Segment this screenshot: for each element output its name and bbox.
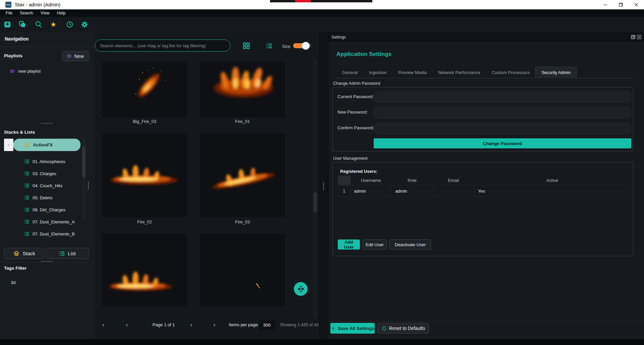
splitter-handle[interactable] — [41, 261, 52, 262]
first-page-button[interactable]: ‹ — [98, 318, 108, 332]
stack-root-item[interactable]: ActionFX — [13, 139, 80, 151]
thumbnail-fire-01[interactable] — [200, 62, 285, 118]
sidebar-item-dust-elements-a[interactable]: 07. Dust_Elements_A — [24, 217, 75, 227]
menu-search[interactable]: Search — [16, 11, 37, 15]
thumbnail-fire-row3-left[interactable] — [102, 234, 187, 306]
import-button[interactable] — [0, 20, 15, 28]
confirm-password-input[interactable] — [374, 123, 631, 134]
tag-item-3d[interactable]: 3d — [11, 280, 15, 285]
search-button[interactable] — [31, 20, 46, 28]
settings-dock-title: Settings — [331, 35, 346, 40]
playlist-item[interactable]: new playlist — [10, 69, 41, 74]
current-password-label: Current Password: — [337, 94, 374, 99]
list-icon — [24, 171, 30, 176]
tab-ingestion[interactable]: Ingestion — [363, 67, 392, 78]
settings-heading: Application Settings — [336, 51, 391, 58]
edit-user-button[interactable]: Edit User — [363, 239, 387, 250]
footer-divider — [328, 321, 644, 322]
tab-security-admin[interactable]: Security Admin — [535, 67, 577, 78]
close-icon — [634, 2, 639, 7]
thumbnail-size-slider[interactable] — [293, 43, 311, 48]
tree-scrollbar-thumb[interactable] — [82, 147, 86, 178]
tree-item-label: 04. Couch_Hits — [33, 183, 62, 188]
thumbnail-label: Fire_01 — [200, 119, 285, 124]
close-dock-icon[interactable] — [637, 35, 641, 39]
reset-button-label: Reset to Defaults — [389, 326, 425, 331]
change-password-button[interactable]: Change Password — [374, 138, 631, 148]
browser-scrollbar[interactable] — [313, 60, 317, 318]
menu-view[interactable]: View — [37, 11, 53, 15]
thumbnail-fire-02[interactable] — [102, 133, 187, 217]
col-email[interactable]: Email — [433, 178, 474, 183]
password-group: Current Password: New Password: Confirm … — [332, 87, 633, 151]
current-password-input[interactable] — [374, 91, 631, 103]
minimize-button[interactable] — [598, 0, 613, 9]
tree-scrollbar[interactable] — [82, 139, 86, 219]
table-corner-cell — [338, 176, 351, 185]
settings-button[interactable] — [77, 20, 92, 28]
thumbnail-fire-03[interactable] — [200, 133, 285, 217]
user-management-group: Registered Users: Username Role Email Ac… — [332, 162, 633, 256]
close-button[interactable] — [629, 0, 644, 9]
history-button[interactable] — [62, 20, 77, 28]
playlist-play-icon — [67, 54, 72, 59]
new-password-input[interactable] — [374, 107, 631, 119]
list-icon — [59, 251, 65, 257]
toolbar-separator — [30, 19, 31, 29]
size-label: Size: — [282, 44, 291, 49]
fire-image — [102, 234, 187, 306]
menu-file[interactable]: File — [2, 11, 16, 15]
list-view-button[interactable]: List — [46, 248, 89, 259]
panel-splitter-handle[interactable] — [88, 182, 89, 190]
tab-preview-media[interactable]: Preview Media — [392, 67, 432, 78]
grid-view-button[interactable] — [243, 42, 250, 50]
sidebar-item-dust-elements-b[interactable]: 07. Dust_Elements_B — [24, 229, 75, 239]
list-view-toggle-button[interactable] — [266, 43, 273, 49]
restore-button[interactable] — [613, 0, 629, 9]
list-icon — [24, 195, 30, 200]
sidebar-item-debris[interactable]: 05. Debris — [24, 193, 52, 203]
add-user-button[interactable]: Add User — [338, 239, 360, 250]
duplicate-button[interactable] — [15, 20, 30, 29]
sidebar-item-charges[interactable]: 03. Charges — [24, 168, 56, 179]
deactivate-user-button[interactable]: Deactivate User — [389, 239, 431, 250]
tab-general[interactable]: General — [336, 67, 363, 78]
browser-scrollbar-thumb[interactable] — [313, 193, 317, 212]
search-input[interactable] — [95, 43, 230, 48]
items-per-page-input[interactable] — [259, 320, 275, 330]
slider-knob[interactable] — [302, 42, 310, 50]
restore-icon — [618, 2, 624, 7]
reset-to-defaults-button[interactable]: Reset to Defaults — [377, 323, 429, 334]
thumbnail-fire-row3-right[interactable] — [200, 234, 285, 306]
sidebar-item-dirt-charges[interactable]: 06. Dirt_Charges — [24, 205, 65, 215]
tab-custom-processors[interactable]: Custom Processors — [486, 67, 535, 78]
list-icon — [24, 207, 30, 212]
table-row[interactable]: 1 admin admin Yes — [338, 185, 630, 197]
panel-splitter[interactable] — [319, 32, 328, 339]
next-page-button[interactable]: › — [186, 318, 196, 332]
favorites-button[interactable]: ★ — [46, 21, 61, 28]
settings-dock-header: Settings — [328, 32, 644, 43]
tree-expand-toggle[interactable]: ▾ — [4, 139, 13, 151]
sidebar-item-couch-hits[interactable]: 04. Couch_Hits — [24, 181, 62, 191]
sidebar-item-atmospheres[interactable]: 01. Atmospheres — [24, 156, 65, 166]
last-page-button[interactable]: › — [209, 318, 219, 332]
divider — [0, 262, 95, 262]
float-dock-icon[interactable] — [631, 35, 635, 39]
preview-eye-button[interactable] — [294, 282, 308, 296]
list-icon — [24, 183, 30, 188]
new-playlist-button[interactable]: New — [62, 51, 89, 61]
tab-network-performance[interactable]: Network Performance — [432, 67, 486, 78]
col-role[interactable]: Role — [391, 178, 433, 183]
col-username[interactable]: Username — [351, 178, 392, 183]
stack-view-button[interactable]: Stack — [4, 248, 44, 259]
splitter-handle[interactable] — [41, 123, 52, 124]
screen-recording-strip — [270, 0, 372, 2]
users-table-header: Username Role Email Active — [338, 175, 630, 185]
prev-page-button[interactable]: ‹ — [122, 318, 132, 332]
save-all-settings-button[interactable]: Save All Settings — [330, 323, 375, 334]
splitter-handle[interactable] — [323, 183, 324, 190]
thumbnail-big-fire-03[interactable] — [102, 62, 187, 118]
menu-help[interactable]: Help — [53, 11, 69, 15]
col-active[interactable]: Active — [474, 178, 630, 183]
